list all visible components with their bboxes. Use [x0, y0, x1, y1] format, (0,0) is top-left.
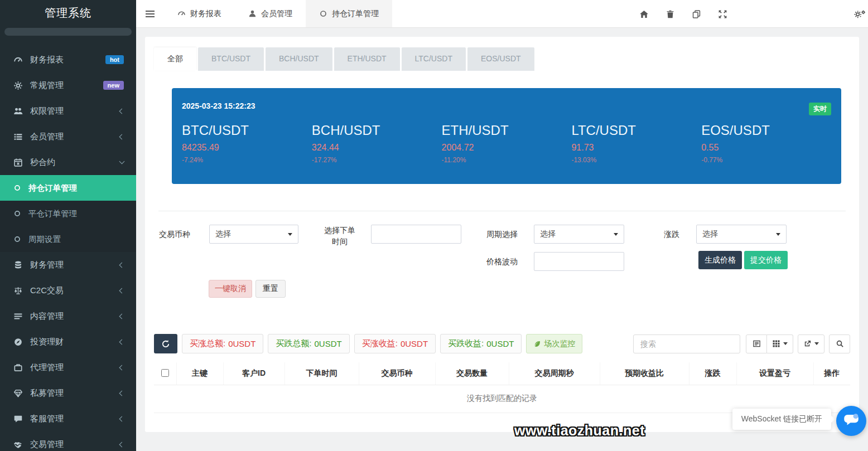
navtab-members[interactable]: 会员管理 [235, 0, 306, 27]
tab-btc-usdt[interactable]: BTC/USDT [198, 47, 264, 71]
table-toolbar [633, 334, 850, 353]
col-header-period-seconds[interactable]: 交易周期秒 [509, 362, 600, 385]
symbol-tabs: 全部 BTC/USDT BCH/USDT ETH/USDT LTC/USDT E… [145, 37, 859, 71]
col-header-order-time[interactable]: 下单时间 [284, 362, 359, 385]
navbar-settings [853, 0, 866, 28]
sidebar-item-closed-orders[interactable]: 平仓订单管理 [0, 201, 136, 226]
tab-eth-usdt[interactable]: ETH/USDT [334, 47, 400, 71]
sidebar-search[interactable] [4, 28, 132, 36]
tab-eos-usdt[interactable]: EOS/USDT [467, 47, 534, 71]
home-icon[interactable] [639, 9, 649, 19]
sidebar-item-period-settings[interactable]: 周期设置 [0, 226, 136, 252]
detail-view-icon [753, 340, 761, 348]
tab-ltc-usdt[interactable]: LTC/USDT [402, 47, 466, 71]
grid-icon [772, 340, 780, 348]
reset-button[interactable]: 重置 [255, 280, 286, 298]
refresh-icon [161, 340, 170, 348]
sidebar-item-finance-report[interactable]: 财务报表 hot [0, 47, 136, 72]
period-select[interactable]: 选择 [534, 225, 624, 244]
sidebar-item-members[interactable]: 会员管理 [0, 124, 136, 149]
stat-buy-up-profit[interactable]: 买涨收益: 0USDT [354, 334, 436, 353]
stats-toolbar: 买涨总额: 0USDT 买跌总额: 0USDT 买涨收益: 0USDT 买跌收益… [145, 334, 859, 353]
chevron-left-icon [119, 390, 125, 396]
cancel-all-button[interactable]: 一键取消 [209, 280, 252, 298]
search-button[interactable] [829, 334, 850, 353]
circle-icon [319, 9, 327, 18]
coin-select-value: 选择 [215, 229, 231, 239]
col-header-actions[interactable]: 操作 [813, 362, 850, 385]
database-icon [13, 260, 23, 270]
sidebar-item-open-orders[interactable]: 持仓订单管理 [0, 175, 136, 201]
tab-bch-usdt[interactable]: BCH/USDT [266, 47, 332, 71]
sidebar-item-general[interactable]: 常规管理 new [0, 72, 136, 98]
sidebar-item-permission[interactable]: 权限管理 [0, 98, 136, 124]
export-button[interactable] [798, 334, 824, 353]
filter-form: 交易币种 选择 选择下单时间 周期选择 选择 涨跌 选择 价格波动 生成价格 提… [145, 211, 859, 306]
ticker-symbol: BTC/USDT 84235.49 -7.24% [182, 123, 312, 164]
detail-view-button[interactable] [746, 334, 767, 353]
hot-badge: hot [105, 55, 124, 64]
coin-label: 交易币种 [159, 225, 190, 244]
navbar-quick-actions [639, 0, 727, 28]
cogs-icon [13, 81, 23, 90]
sidebar-item-trade-mgmt[interactable]: 交易管理 [0, 431, 136, 451]
chevron-left-icon [119, 416, 125, 421]
tab-all[interactable]: 全部 [154, 47, 196, 71]
navtab-open-orders[interactable]: 持仓订单管理 [306, 0, 392, 27]
chevron-left-icon [119, 442, 125, 447]
updown-select[interactable]: 选择 [696, 225, 787, 244]
sidebar-item-c2c[interactable]: C2C交易 [0, 278, 136, 303]
sidebar-toggle-button[interactable] [136, 0, 164, 27]
trash-icon[interactable] [666, 9, 675, 19]
coin-select[interactable]: 选择 [209, 225, 298, 244]
generate-price-button[interactable]: 生成价格 [698, 251, 742, 269]
col-header-expected-return[interactable]: 预期收益比 [600, 362, 689, 385]
submit-price-button[interactable]: 提交价格 [744, 251, 788, 269]
list-icon [13, 132, 23, 142]
symbol-name: EOS/USDT [701, 123, 831, 138]
navtab-label: 会员管理 [261, 9, 292, 19]
stat-label: 买涨总额: [190, 338, 225, 349]
sidebar-item-label: 代理管理 [30, 362, 120, 373]
sidebar-item-finance-mgmt[interactable]: 财务管理 [0, 252, 136, 278]
sidebar-item-private-fund[interactable]: 私募管理 [0, 380, 136, 406]
col-header-coin[interactable]: 交易币种 [359, 362, 435, 385]
gears-icon[interactable] [853, 9, 866, 19]
col-header-amount[interactable]: 交易数量 [435, 362, 509, 385]
circle-icon [13, 235, 21, 243]
sidebar-item-investment[interactable]: 投资理财 [0, 329, 136, 355]
stat-buy-up-total[interactable]: 买涨总额: 0USDT [182, 334, 263, 353]
search-input[interactable] [633, 334, 740, 353]
col-header-client-id[interactable]: 客户ID [223, 362, 284, 385]
chevron-down-icon [119, 158, 125, 164]
navtab-finance-report[interactable]: 财务报表 [164, 0, 235, 27]
col-header-set-profit-loss[interactable]: 设置盈亏 [736, 362, 813, 385]
sidebar-item-label: 平仓订单管理 [28, 208, 124, 219]
fullscreen-icon[interactable] [718, 9, 727, 19]
stat-buy-down-profit[interactable]: 买跌收益: 0USDT [440, 334, 522, 353]
columns-button[interactable] [767, 334, 793, 353]
stat-buy-down-total[interactable]: 买跌总额: 0USDT [268, 334, 349, 353]
export-icon [803, 340, 812, 348]
select-all-checkbox[interactable] [161, 369, 169, 377]
copy-icon[interactable] [692, 9, 701, 19]
refresh-button[interactable] [154, 334, 177, 353]
ticker-symbol: EOS/USDT 0.55 -0.77% [701, 123, 831, 164]
col-header-updown[interactable]: 涨跌 [689, 362, 736, 385]
sidebar-item-agent[interactable]: 代理管理 [0, 355, 136, 380]
order-time-input[interactable] [371, 225, 461, 244]
sidebar-item-content[interactable]: 内容管理 [0, 303, 136, 329]
sidebar-item-label: 秒合约 [30, 157, 120, 168]
sidebar-item-label: 财务报表 [30, 55, 105, 65]
price-wave-input[interactable] [534, 252, 624, 271]
col-header-id[interactable]: 主键 [176, 362, 223, 385]
sidebar-item-support[interactable]: 客服管理 [0, 406, 136, 431]
session-monitor-button[interactable]: 场次监控 [526, 334, 582, 353]
table-header-row: 主键 客户ID 下单时间 交易币种 交易数量 交易周期秒 预期收益比 涨跌 设置… [154, 362, 850, 385]
top-navbar: 财务报表 会员管理 持仓订单管理 [136, 0, 868, 28]
caret-down-icon [776, 233, 780, 236]
sidebar-item-seconds-contract[interactable]: 秒合约 [0, 149, 136, 175]
chat-button[interactable] [836, 406, 866, 436]
new-badge: new [103, 81, 124, 90]
caret-down-icon [614, 233, 618, 236]
